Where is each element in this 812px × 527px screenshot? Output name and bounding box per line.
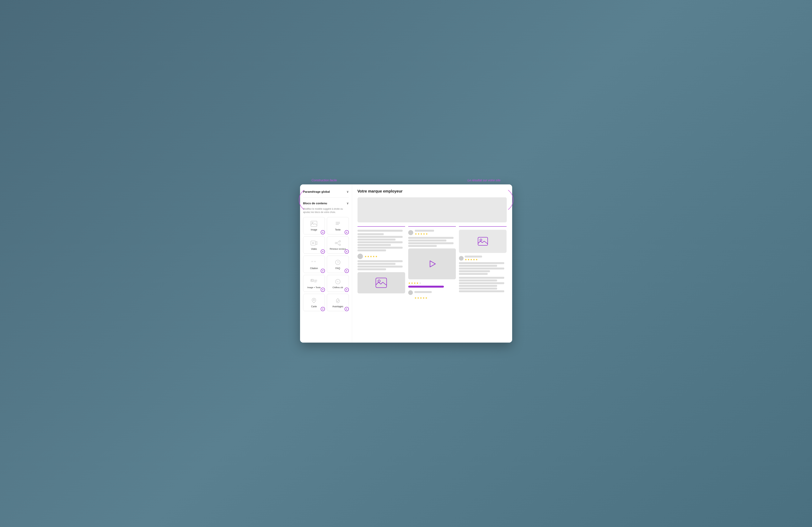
main-content: Votre marque employeur — [352, 184, 512, 343]
top-right-label: Le résultat sur votre site — [468, 179, 501, 182]
col3-text-11 — [459, 290, 504, 292]
col1-review-row: ★ ★ ★ ★ ★ — [358, 254, 405, 259]
col1-stars: ★ ★ ★ ★ ★ — [364, 255, 378, 258]
bloc-avantages-label: Avantages — [332, 305, 344, 308]
bloc-video-add[interactable]: + — [321, 250, 325, 254]
bloc-carte-add[interactable]: + — [321, 307, 325, 311]
bloc-reseaux[interactable]: Réseaux sociaux + — [327, 236, 349, 254]
parametrage-title: Paramétrage global — [303, 190, 330, 193]
svg-point-1 — [312, 222, 313, 223]
bloc-avantages[interactable]: Avantages + — [327, 294, 349, 311]
col2-bottom-name — [415, 291, 432, 293]
bloc-faq-add[interactable]: + — [345, 269, 349, 273]
bloc-avantages-add[interactable]: + — [345, 307, 349, 311]
chiffres-icon: % — [334, 278, 342, 285]
col2-stars-top: ★ ★ ★ ★ ★ — [415, 232, 434, 235]
image-texte-icon — [310, 278, 318, 285]
preview-col-2: ★ ★ ★ ★ ★ — [408, 226, 456, 299]
col2-text-1 — [408, 237, 453, 239]
col3-image-icon — [478, 237, 488, 246]
svg-point-27 — [480, 239, 482, 241]
col3-stars-1: ★ ★ ★ ★ ★ — [465, 258, 482, 261]
col2-top-review: ★ ★ ★ ★ ★ — [408, 230, 456, 235]
bloc-texte-add[interactable]: + — [345, 230, 349, 234]
col1-bar-1 — [358, 230, 403, 232]
svg-text:": " — [311, 260, 313, 266]
sidebar: Paramétrage global ∨ Blocs de contenu ∨ … — [300, 184, 352, 343]
col3-text-1 — [459, 262, 504, 264]
svg-line-11 — [337, 243, 339, 244]
bloc-image-texte[interactable]: Image + Texte + — [303, 275, 325, 292]
preview-col-1: ★ ★ ★ ★ ★ — [358, 226, 405, 299]
col2-name-bar — [415, 230, 434, 232]
svg-point-25 — [378, 280, 380, 282]
col3-text-8 — [459, 282, 504, 284]
outer-wrapper: Construction facile Le résultat sur votr… — [300, 184, 512, 343]
svg-text:": " — [314, 260, 316, 266]
col3-image-placeholder — [459, 230, 507, 253]
bloc-image-label: Image — [311, 228, 317, 231]
col2-bottom-avatar-row — [408, 290, 456, 295]
col3-text-4 — [459, 270, 490, 272]
col2-text-3 — [408, 242, 453, 244]
carte-icon — [310, 297, 318, 304]
main-card: Paramétrage global ∨ Blocs de contenu ∨ … — [300, 184, 512, 343]
bloc-faq-label: FAQ — [335, 267, 340, 270]
col2-stars-bottom: ★ ★ ★ ★ ★ — [408, 282, 456, 285]
col2-rating-bar — [408, 286, 444, 288]
col2-avatar-top — [408, 230, 413, 235]
col1-image-placeholder — [358, 272, 405, 294]
col2-stars-last: ★ ★ ★ ★ ★ — [415, 297, 456, 299]
col3-review-1: ★ ★ ★ ★ ★ — [459, 256, 507, 261]
bloc-faq[interactable]: ? FAQ + — [327, 256, 349, 273]
blocs-section-header[interactable]: Blocs de contenu ∨ — [303, 201, 349, 208]
parametrage-section-header[interactable]: Paramétrage global ∨ — [303, 189, 349, 196]
bloc-reseaux-label: Réseaux sociaux — [330, 248, 346, 250]
hero-placeholder — [358, 197, 507, 223]
col2-avatar-bottom — [408, 290, 413, 295]
col3-text-3 — [459, 268, 504, 270]
blocs-title: Blocs de contenu — [303, 202, 327, 205]
col1-bar-8 — [358, 250, 386, 251]
parametrage-chevron: ∨ — [347, 190, 349, 194]
bloc-chiffres-label: Chiffres clé — [332, 286, 343, 288]
bloc-chiffres[interactable]: % Chiffres clé + — [327, 275, 349, 292]
svg-rect-26 — [478, 237, 488, 245]
svg-point-9 — [339, 244, 340, 245]
col1-rev-bar-4 — [358, 268, 386, 270]
bloc-carte[interactable]: Carte + — [303, 294, 325, 311]
col2-bottom-review: ★ ★ ★ ★ ★ — [408, 290, 456, 299]
page-title: Votre marque employeur — [358, 189, 507, 194]
col1-avatar — [358, 254, 363, 259]
bracket-left-decoration — [298, 188, 306, 214]
video-icon-bloc — [310, 240, 318, 246]
bloc-chiffres-add[interactable]: + — [345, 288, 349, 292]
bloc-reseaux-add[interactable]: + — [345, 250, 349, 254]
bloc-texte[interactable]: Texte + — [327, 217, 349, 234]
preview-columns: ★ ★ ★ ★ ★ — [358, 226, 507, 299]
col3-text-6 — [459, 277, 504, 279]
col3-text-2 — [459, 265, 497, 267]
bloc-video[interactable]: Vidéo + — [303, 236, 325, 254]
col3-text-9 — [459, 285, 497, 287]
preview-col-3: ★ ★ ★ ★ ★ — [459, 226, 507, 299]
col1-bar-3 — [358, 236, 403, 238]
col3-name-1 — [465, 256, 482, 257]
bloc-citation-add[interactable]: + — [321, 269, 325, 273]
blocs-chevron: ∨ — [347, 201, 349, 205]
col1-bar-2 — [358, 233, 384, 235]
svg-point-7 — [335, 242, 337, 244]
col3-text-7 — [459, 280, 497, 282]
bloc-image[interactable]: Image + — [303, 217, 325, 234]
faq-icon: ? — [334, 259, 342, 266]
sidebar-divider-1 — [303, 197, 349, 198]
col3-avatar-1 — [459, 256, 464, 261]
col1-rev-bar-1 — [358, 260, 403, 262]
col1-bar-7 — [358, 247, 403, 248]
col2-text-4 — [408, 245, 437, 247]
svg-line-10 — [337, 242, 339, 243]
bloc-image-texte-add[interactable]: + — [321, 288, 325, 292]
bloc-citation[interactable]: " " Citation + — [303, 256, 325, 273]
bloc-image-add[interactable]: + — [321, 230, 325, 234]
col3-text-5 — [459, 273, 488, 275]
